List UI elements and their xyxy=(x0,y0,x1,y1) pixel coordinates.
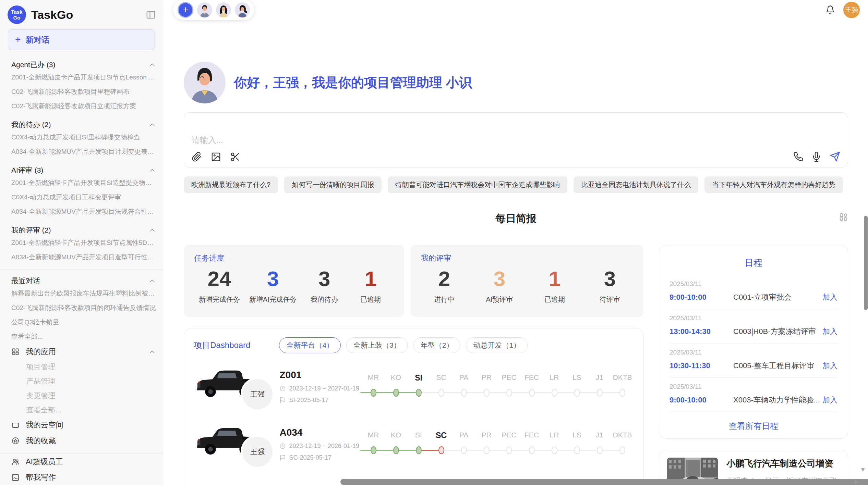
view-all-schedule-link[interactable]: 查看所有日程 xyxy=(670,415,837,434)
sidebar-recent: 最近对话解释最新出台的欧盟报废车法规再生塑料比例被调至15%...C02-飞腾新… xyxy=(11,276,156,344)
clock-icon xyxy=(279,443,286,449)
sidebar-app-item[interactable]: 项目管理 xyxy=(11,360,156,374)
vertical-scrollbar-thumb[interactable] xyxy=(864,216,868,310)
sidebar-section-header[interactable]: AI评审 (3) xyxy=(11,165,156,175)
horizontal-scrollbar-track[interactable]: ▶ xyxy=(340,479,868,485)
stat-value: 3 xyxy=(267,267,279,291)
dashboard-filter-tab[interactable]: 全新平台（4） xyxy=(279,337,341,353)
milestone-label: OKTB xyxy=(611,431,634,440)
scroll-right-arrow-icon[interactable]: ▶ xyxy=(855,479,859,485)
chevron-up-icon xyxy=(148,166,156,174)
milestone-node xyxy=(371,389,376,397)
sidebar-section-header[interactable]: 我的待办 (2) xyxy=(11,120,156,129)
project-row[interactable]: 王强A0342023-12-19 ~ 2026-01-19SC-2025-05-… xyxy=(194,420,634,468)
new-chat-button[interactable]: + 新对话 xyxy=(8,29,155,50)
sidebar-task-item[interactable]: C0X4-动力总成开发项目SI里程碑提交物检查 xyxy=(11,130,156,145)
sidebar-task-item[interactable]: C02-飞腾新能源轻客改款项目立项汇报方案 xyxy=(11,99,156,113)
layout-grid-icon[interactable] xyxy=(839,212,848,222)
event-row: 10:30-11:30C005-整车工程目标评审加入 xyxy=(670,361,837,371)
sidebar-task-item[interactable]: C0X4-动力总成开发项目工程变更评审 xyxy=(11,190,156,204)
suggestion-chip[interactable]: 当下年轻人对汽车外观有怎样的喜好趋势 xyxy=(704,176,843,193)
sidebar-section-header[interactable]: Agent已办 (3) xyxy=(11,60,156,70)
send-icon[interactable] xyxy=(830,151,840,162)
milestone-label: J1 xyxy=(588,431,611,440)
milestone-node xyxy=(529,446,535,454)
stat-value: 1 xyxy=(365,267,376,291)
phone-icon[interactable] xyxy=(793,152,803,162)
sidebar-task-item[interactable]: A034-全新新能源MUV产品开发项目造型可行性评审 xyxy=(11,250,156,264)
milestone-label: KO xyxy=(385,373,407,383)
view-all-apps-link[interactable]: 查看全部... xyxy=(11,403,156,417)
sidebar-tool-帮我写作[interactable]: 帮我写作 xyxy=(11,470,156,485)
sidebar-section-header[interactable]: 我的评审 (2) xyxy=(11,225,156,235)
dashboard-filter-tab[interactable]: 动总开发（1） xyxy=(466,337,528,353)
milestone-node xyxy=(574,389,580,397)
chat-input-box[interactable]: 请输入... xyxy=(184,112,848,167)
star-badge-icon xyxy=(11,437,20,445)
recent-conversation-item[interactable]: C02-飞腾新能源轻客改款项目的闭环通告反馈情况 xyxy=(11,301,156,315)
dashboard-title: 项目Dashboard xyxy=(194,340,250,351)
join-meeting-link[interactable]: 加入 xyxy=(822,395,837,405)
image-icon[interactable] xyxy=(211,152,221,162)
sidebar-task-item[interactable]: C02-飞腾新能源轻客改款项目里程碑画布 xyxy=(11,85,156,99)
dashboard-filter-tab[interactable]: 全新上装（3） xyxy=(346,337,408,353)
sidebar-item-favorites[interactable]: 我的收藏 xyxy=(11,433,156,449)
sidebar-task-item[interactable]: Z001-全新燃油轻卡产品开发项目SI造型提交物评审 xyxy=(11,176,156,190)
sidebar-tool-AI超级员工[interactable]: AI超级员工 xyxy=(11,454,156,470)
suggestion-chip[interactable]: 特朗普可能对进口汽车增税会对中国车企造成哪些影响 xyxy=(388,176,567,193)
attach-icon[interactable] xyxy=(192,152,202,162)
stat-label: 我的待办 xyxy=(311,295,338,304)
truck-image xyxy=(194,478,261,485)
join-meeting-link[interactable]: 加入 xyxy=(822,361,837,371)
sidebar-app-item[interactable]: 变更管理 xyxy=(11,388,156,403)
join-meeting-link[interactable]: 加入 xyxy=(822,326,837,337)
add-agent-button[interactable]: + xyxy=(178,2,193,18)
join-meeting-link[interactable]: 加入 xyxy=(822,292,837,302)
event-name: X003-车辆动力学性能验... xyxy=(733,395,822,405)
sidebar-task-item[interactable]: A034-全新新能源MUV产品开发项目法规符合性评审 xyxy=(11,204,156,219)
milestone-label: FEC xyxy=(520,431,543,440)
scroll-down-arrow-icon[interactable]: ▼ xyxy=(860,466,866,473)
sidebar-item-cloud-space[interactable]: 我的云空间 xyxy=(11,417,156,433)
milestone-node xyxy=(552,446,557,454)
agent-avatar-1[interactable] xyxy=(197,2,212,17)
event-date: 2025/03/11 xyxy=(670,349,837,356)
notifications-bell-icon[interactable] xyxy=(825,5,835,15)
sidebar-collapse-icon[interactable] xyxy=(146,10,156,20)
user-avatar[interactable]: 王强 xyxy=(843,2,860,18)
event-time: 9:00-10:00 xyxy=(670,293,733,302)
microphone-icon[interactable] xyxy=(811,152,821,162)
scissors-icon[interactable] xyxy=(230,152,240,162)
stat-item: 3待评审 xyxy=(591,267,628,304)
stat-value: 3 xyxy=(604,267,616,291)
project-row[interactable]: 王强Z0012023-12-19 ~ 2027-01-19SI-2025-05-… xyxy=(194,363,634,411)
milestone-label: OKTB xyxy=(611,373,634,383)
milestone-node xyxy=(619,446,625,454)
dashboard-filter-tab[interactable]: 年型（2） xyxy=(413,337,461,353)
recent-section-header[interactable]: 最近对话 xyxy=(11,276,156,286)
suggestion-chip[interactable]: 如何写一份清晰的项目周报 xyxy=(284,176,382,193)
agent-avatar-2[interactable] xyxy=(216,2,231,17)
divider xyxy=(0,269,163,270)
sidebar-task-item[interactable]: A034-全新新能源MUV产品开发项目计划变更表编写 xyxy=(11,145,156,159)
recent-conversation-item[interactable]: 解释最新出台的欧盟报废车法规再生塑料比例被调至15%... xyxy=(11,286,156,301)
sidebar-app-item[interactable]: 产品管理 xyxy=(11,374,156,388)
sidebar-task-item[interactable]: Z001-全新燃油轻卡产品开发项目SI节点属性5D文件评审 xyxy=(11,236,156,250)
users-icon xyxy=(11,458,20,466)
view-all-conversations-link[interactable]: 查看全部... xyxy=(11,329,156,344)
clock-icon xyxy=(279,385,286,392)
event-date: 2025/03/11 xyxy=(670,314,837,322)
suggestion-chip[interactable]: 欧洲新规最近颁布了什么? xyxy=(184,176,278,193)
sidebar-item-my-apps[interactable]: 我的应用 xyxy=(11,344,156,360)
suggestion-chip[interactable]: 比亚迪全固态电池计划具体说了什么 xyxy=(574,176,698,193)
stat-label: 已逾期 xyxy=(544,295,565,304)
schedule-event: 2025/03/1110:30-11:30C005-整车工程目标评审加入 xyxy=(670,344,837,378)
milestone-node xyxy=(438,446,444,454)
agent-avatar-3[interactable] xyxy=(235,2,250,17)
milestone-node xyxy=(484,446,490,454)
logo-line-2: Go xyxy=(13,15,21,21)
recent-conversation-item[interactable]: 公司Q3轻卡销量 xyxy=(11,315,156,329)
horizontal-scrollbar-thumb[interactable] xyxy=(340,479,868,485)
stat-item: 3我的待办 xyxy=(306,267,343,304)
sidebar-task-item[interactable]: Z001-全新燃油皮卡产品开发项目SI节点Lesson Learn报告 xyxy=(11,70,156,85)
